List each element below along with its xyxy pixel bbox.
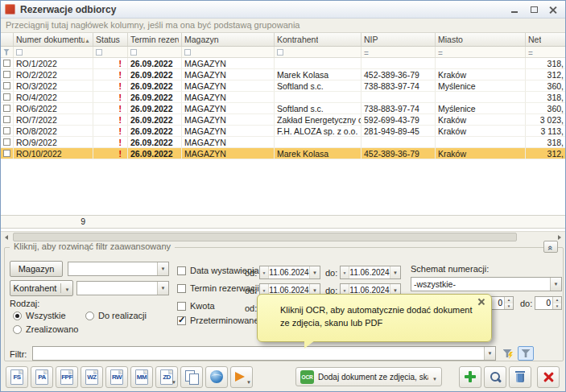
- cell-select[interactable]: [1, 148, 14, 159]
- column-header-number[interactable]: Numer dokumentu: [14, 33, 93, 46]
- close-window-button[interactable]: [537, 366, 560, 388]
- przeterminowane-checkbox[interactable]: Przeterminowane: [177, 316, 259, 325]
- edit-button[interactable]: [484, 366, 506, 388]
- filter-cell-miasto[interactable]: [436, 47, 526, 57]
- ocr-button[interactable]: OCR Dodaj dokument ze zdjęcia, skanu lub…: [295, 367, 442, 386]
- row-checkbox[interactable]: [3, 116, 10, 123]
- table-row[interactable]: RO/4/2022!26.09.2022MAGAZYN318,: [1, 92, 565, 103]
- add-button[interactable]: [459, 366, 481, 388]
- convert-pa-button[interactable]: PA: [31, 366, 53, 388]
- table-row[interactable]: RO/6/2022!26.09.2022MAGAZYNSoftland s.c.…: [1, 103, 565, 114]
- collapse-panel-button[interactable]: [543, 241, 558, 253]
- filter-button[interactable]: [518, 346, 534, 361]
- chevron-down-icon[interactable]: [246, 373, 251, 387]
- filter-cell-number[interactable]: [14, 47, 93, 57]
- chevron-down-icon[interactable]: [550, 278, 561, 291]
- filter-cell-net[interactable]: [526, 47, 566, 57]
- filter-cell-magazyn[interactable]: [182, 47, 275, 57]
- cell-select[interactable]: [1, 58, 14, 68]
- spinner-icon[interactable]: [341, 266, 349, 279]
- send-button[interactable]: [230, 366, 253, 388]
- tooltip-close-icon[interactable]: [477, 297, 485, 306]
- checkbox-icon[interactable]: [177, 302, 186, 311]
- calendar-dropdown-icon[interactable]: [309, 266, 320, 279]
- cell-select[interactable]: [1, 103, 14, 113]
- cell-select[interactable]: [1, 114, 14, 125]
- cell-select[interactable]: [1, 69, 14, 80]
- table-row[interactable]: RO/7/2022!26.09.2022MAGAZYNZakład Energe…: [1, 114, 565, 126]
- convert-rw-button[interactable]: RW: [105, 366, 128, 388]
- radio-icon[interactable]: [13, 325, 22, 334]
- chevron-down-icon[interactable]: [171, 373, 176, 387]
- spin-down-icon[interactable]: [553, 303, 561, 310]
- cell-select[interactable]: [1, 80, 14, 91]
- chevron-down-icon[interactable]: [60, 283, 69, 293]
- spinner-icon[interactable]: [260, 266, 269, 279]
- row-checkbox[interactable]: [3, 71, 10, 78]
- convert-mm-button[interactable]: MM: [130, 366, 153, 388]
- delete-button[interactable]: [509, 366, 531, 388]
- scroll-thumb[interactable]: [13, 233, 517, 241]
- close-button[interactable]: [545, 3, 561, 16]
- row-checkbox[interactable]: [3, 127, 10, 134]
- cell-select[interactable]: [1, 92, 14, 102]
- maximize-button[interactable]: [526, 3, 542, 16]
- cell-select[interactable]: [1, 126, 14, 136]
- globe-button[interactable]: [205, 366, 228, 388]
- convert-zd-button[interactable]: ZD: [155, 366, 178, 388]
- row-checkbox[interactable]: [3, 60, 10, 67]
- radio-zrealizowano[interactable]: Zrealizowano: [13, 324, 78, 334]
- filter-cell-nip[interactable]: [361, 47, 436, 57]
- table-row[interactable]: RO/8/2022!26.09.2022MAGAZYNF.H. ALOZA sp…: [1, 126, 565, 137]
- cell-select[interactable]: [1, 137, 14, 147]
- row-checkbox[interactable]: [3, 82, 10, 89]
- radio-wszystkie[interactable]: Wszystkie: [13, 311, 66, 320]
- checkbox-checked-icon[interactable]: [177, 316, 186, 325]
- schemat-numeracji-combo[interactable]: -wszystkie-: [411, 277, 562, 291]
- checkbox-icon[interactable]: [177, 284, 186, 293]
- column-header-termin[interactable]: Termin rezerwa...: [128, 33, 182, 46]
- checkbox-icon[interactable]: [177, 266, 186, 275]
- column-header-nip[interactable]: NIP: [361, 33, 436, 46]
- data-wystawienia-do-field[interactable]: 11.06.2024: [340, 266, 401, 279]
- calendar-dropdown-icon[interactable]: [390, 266, 400, 279]
- convert-fpf-button[interactable]: FPF: [56, 366, 78, 388]
- documents-button[interactable]: [180, 366, 203, 388]
- chevron-down-icon[interactable]: [157, 262, 168, 275]
- radio-icon[interactable]: [13, 312, 22, 320]
- table-row[interactable]: RO/10/2022!26.09.2022MAGAZYNMarek Kolasa…: [1, 148, 565, 159]
- filter-lightning-button[interactable]: [499, 346, 515, 361]
- magazyn-button[interactable]: Magazyn: [10, 261, 63, 277]
- column-header-select[interactable]: [1, 33, 14, 46]
- radio-do-realizacji[interactable]: Do realizacji: [85, 311, 147, 320]
- column-header-status[interactable]: Status: [93, 33, 128, 46]
- column-header-magazyn[interactable]: Magazyn: [182, 33, 275, 46]
- filtr-combo[interactable]: [32, 346, 496, 361]
- radio-icon[interactable]: [85, 312, 94, 320]
- kontrahent-button[interactable]: Kontrahent: [10, 280, 73, 296]
- filter-cell-kontrahent[interactable]: [275, 47, 361, 57]
- row-checkbox[interactable]: [3, 138, 10, 146]
- column-header-miasto[interactable]: Miasto: [436, 33, 526, 46]
- data-wystawienia-od-field[interactable]: 11.06.2024: [259, 266, 320, 279]
- advanced-filter-title[interactable]: Kliknij, aby rozwinąć filtr zaawansowany: [10, 241, 175, 251]
- chevron-down-icon[interactable]: [157, 282, 168, 295]
- convert-fs-button[interactable]: FS: [6, 366, 28, 388]
- chevron-down-icon[interactable]: [432, 369, 437, 384]
- spin-up-icon[interactable]: [505, 297, 513, 303]
- table-row[interactable]: RO/1/2022!26.09.2022MAGAZYN318,: [1, 58, 565, 69]
- filter-cell-termin[interactable]: [128, 47, 182, 57]
- row-checkbox[interactable]: [3, 105, 10, 112]
- column-header-kontrahent[interactable]: Kontrahent: [275, 33, 361, 46]
- row-checkbox[interactable]: [3, 150, 10, 157]
- convert-wz-button[interactable]: WZ: [81, 366, 103, 388]
- magazyn-combo[interactable]: [68, 262, 169, 276]
- numer-do-field[interactable]: 0: [535, 296, 562, 310]
- filter-cell-status[interactable]: [93, 47, 128, 57]
- table-row[interactable]: RO/3/2022!26.09.2022MAGAZYNSoftland s.c.…: [1, 80, 565, 92]
- horizontal-scrollbar[interactable]: [1, 231, 565, 242]
- spin-up-icon[interactable]: [553, 297, 561, 303]
- filter-cell-select[interactable]: [1, 47, 14, 57]
- minimize-button[interactable]: [506, 3, 523, 16]
- kwota-checkbox[interactable]: Kwota: [177, 301, 215, 311]
